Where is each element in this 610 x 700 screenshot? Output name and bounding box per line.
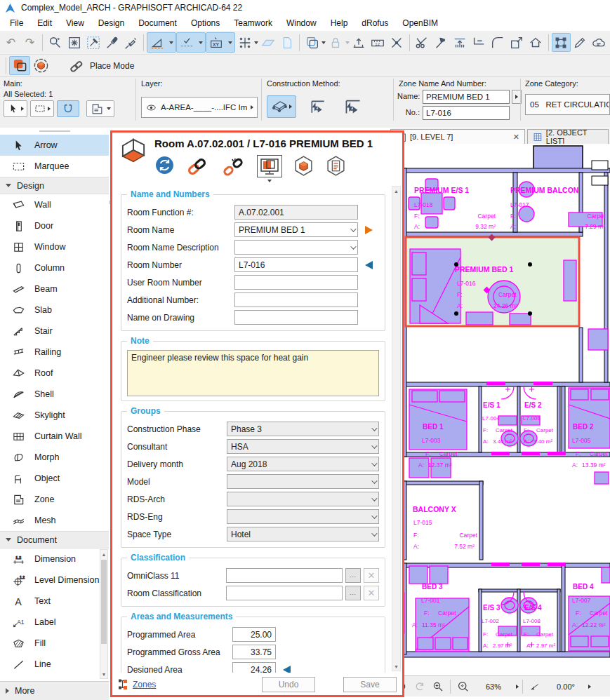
edit-selection-icon[interactable]: [552, 33, 571, 52]
user-room-number-input[interactable]: [234, 275, 358, 290]
zone-category-selector[interactable]: 05 RET CIRCULATION: [525, 94, 610, 115]
scroll-down-icon[interactable]: ▼: [392, 662, 400, 671]
scroll-up-icon[interactable]: ▲: [392, 187, 400, 195]
toolbox-grip[interactable]: [39, 130, 70, 132]
tool-marquee[interactable]: Marquee: [0, 156, 109, 177]
offset-dropdown[interactable]: [321, 33, 326, 52]
floor-plan-canvas[interactable]: PREMIUM E/S 1 L7-018 F: Carpet A: 9.32 m…: [390, 144, 610, 675]
drofus-object-mode-button[interactable]: [30, 56, 51, 75]
room-classification-input[interactable]: [226, 586, 343, 600]
find-select-icon[interactable]: [46, 33, 65, 52]
additional-number-input[interactable]: [234, 292, 358, 307]
tool-label[interactable]: Label: [0, 612, 109, 633]
report-hexagon-icon[interactable]: [325, 155, 347, 177]
snap-references-toggle[interactable]: [176, 32, 206, 53]
layer-flyout-icon[interactable]: [251, 105, 253, 109]
tool-column[interactable]: Column: [0, 257, 109, 278]
capture-view-dropdown-icon[interactable]: [267, 180, 272, 182]
view-forward-button[interactable]: [411, 679, 428, 694]
suspend-groups-icon[interactable]: [326, 33, 345, 52]
note-textarea[interactable]: Engineer please review this space for he…: [127, 350, 379, 396]
unlink-room-icon[interactable]: [221, 155, 246, 176]
layer-visibility-eye-icon[interactable]: [145, 102, 157, 113]
omniclass-clear-button[interactable]: ✕: [364, 568, 379, 583]
room-name-description-combobox[interactable]: [234, 240, 358, 255]
omniclass-input[interactable]: [226, 568, 343, 583]
menu-options[interactable]: Options: [184, 17, 227, 29]
undo-button[interactable]: ↶: [1, 33, 20, 52]
measure-icon[interactable]: [369, 33, 387, 52]
inject-parameters-icon[interactable]: [121, 33, 140, 52]
tool-text[interactable]: Text: [0, 591, 109, 612]
tool-window[interactable]: Window: [0, 236, 109, 257]
guide-lines-icon[interactable]: [147, 33, 166, 52]
split-icon[interactable]: [432, 33, 451, 52]
coordinate-input-icon[interactable]: [206, 33, 225, 52]
marquee-tool-settings-button[interactable]: [30, 100, 54, 117]
zone-number-input[interactable]: L7-016: [423, 106, 510, 120]
tab-object-list[interactable]: [2. OBJECT LIST]: [527, 129, 609, 144]
toolbox-section-design[interactable]: Design: [0, 177, 109, 194]
zoom-level-value[interactable]: 63%: [472, 682, 515, 691]
tool-railing[interactable]: Railing: [0, 342, 109, 363]
arrow-tool-settings-button[interactable]: [4, 100, 27, 117]
offset-icon[interactable]: [303, 33, 321, 52]
tool-arrow[interactable]: Arrow: [0, 135, 109, 156]
zoom-in-button[interactable]: [430, 679, 446, 694]
menu-openbim[interactable]: OpenBIM: [395, 17, 445, 29]
omniclass-browse-button[interactable]: ...: [345, 568, 361, 583]
menu-document[interactable]: Document: [131, 17, 184, 29]
item-hexagon-icon[interactable]: [293, 155, 314, 177]
edit-elements-icon[interactable]: [571, 33, 590, 52]
tool-roof[interactable]: Roof: [0, 363, 109, 384]
teamwork-cloud-icon[interactable]: [590, 33, 609, 52]
tool-morph[interactable]: Morph: [0, 447, 109, 468]
capture-view-button[interactable]: [257, 155, 282, 177]
room-classification-browse-button[interactable]: ...: [345, 586, 361, 600]
tool-shell[interactable]: Shell: [0, 384, 109, 405]
tool-door[interactable]: Door: [0, 215, 109, 236]
consultant-select[interactable]: HSA: [227, 439, 379, 454]
menu-window[interactable]: Window: [279, 17, 324, 29]
menu-drofus[interactable]: dRofus: [354, 17, 395, 29]
close-icon[interactable]: ✕: [513, 133, 519, 142]
edit-selection-set-icon[interactable]: [84, 33, 102, 52]
zoom-flyout-icon[interactable]: [516, 685, 519, 689]
rds-arch-select[interactable]: [227, 492, 379, 506]
toolbox-scrollbar-thumb[interactable]: [101, 560, 107, 644]
tool-wall[interactable]: Wall: [0, 194, 109, 215]
model-select[interactable]: [227, 474, 379, 489]
menu-view[interactable]: View: [59, 17, 91, 29]
tool-beam[interactable]: Beam: [0, 278, 109, 299]
guide-lines-dropdown[interactable]: [166, 33, 175, 52]
pull-from-archicad-arrow-icon[interactable]: [365, 261, 373, 269]
construction-method-solid-button[interactable]: [267, 95, 296, 118]
construction-method-ref-inner-button[interactable]: [305, 95, 331, 118]
dimension-stamp-icon[interactable]: [350, 33, 369, 52]
tool-mesh[interactable]: Mesh: [0, 510, 109, 531]
menu-file[interactable]: File: [3, 17, 30, 29]
snap-grid-icon[interactable]: [235, 33, 254, 52]
tool-fill[interactable]: Fill: [0, 633, 109, 654]
guide-lines-toggle[interactable]: [147, 32, 176, 53]
toolbox-section-document[interactable]: Document: [0, 531, 109, 548]
orientation-button[interactable]: [526, 679, 543, 694]
trim-scissors-icon[interactable]: [413, 33, 432, 52]
room-classification-clear-button[interactable]: ✕: [364, 586, 379, 600]
link-room-icon[interactable]: [185, 155, 211, 176]
tool-slab[interactable]: Slab: [0, 299, 109, 321]
fillet-chamfer-icon[interactable]: [489, 33, 508, 52]
sync-icon[interactable]: [154, 155, 175, 175]
name-on-drawing-input[interactable]: [234, 310, 358, 325]
rds-eng-select[interactable]: [227, 509, 379, 524]
place-mode-chain-icon[interactable]: [69, 60, 84, 72]
toolbox-scrollbar[interactable]: ▲ ▼: [100, 549, 108, 679]
toolbox-section-more[interactable]: More: [0, 681, 109, 700]
coordinate-input-toggle[interactable]: [206, 32, 235, 53]
magnet-toggle-button[interactable]: [57, 100, 79, 117]
layer-selector[interactable]: A-AREA-____-....IFC Import: [141, 97, 258, 118]
drofus-zone-mode-button[interactable]: [9, 56, 30, 75]
undo-panel-button[interactable]: Undo: [262, 677, 315, 692]
scroll-down-icon[interactable]: ▼: [100, 670, 107, 678]
stretch-icon[interactable]: [387, 33, 406, 52]
